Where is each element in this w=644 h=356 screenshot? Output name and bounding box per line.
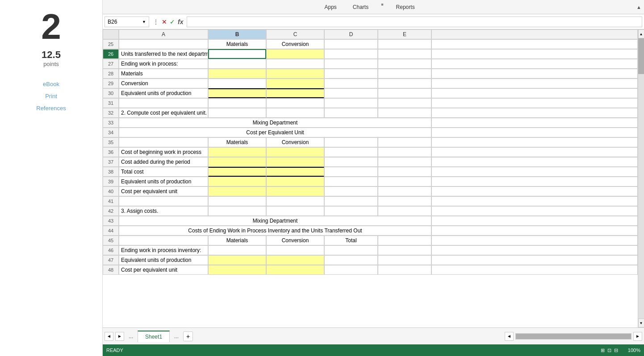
cell-row40-colC[interactable] — [266, 186, 324, 196]
page-layout-icon[interactable]: ⊡ — [607, 348, 611, 353]
cell-row37-colA[interactable]: Cost added during the period — [119, 157, 208, 167]
cell-row39-colD[interactable] — [324, 177, 378, 186]
cell-row39-colE[interactable] — [378, 177, 431, 186]
cell-row36-colC[interactable] — [266, 147, 324, 157]
cell-row36-colA[interactable]: Cost of beginning work in process — [119, 147, 208, 157]
cell-row31-colC[interactable] — [266, 98, 324, 108]
cell-row27-colD[interactable] — [324, 59, 378, 69]
cell-row47-colC[interactable] — [266, 255, 324, 265]
cell-row42-colB[interactable] — [208, 206, 266, 216]
cell-row27-colB[interactable] — [208, 59, 266, 69]
cell-row25-colA[interactable] — [119, 39, 208, 49]
cell-row46-colE[interactable] — [378, 245, 431, 255]
cell-row32-colB[interactable] — [208, 108, 266, 118]
cell-row48-colD[interactable] — [324, 265, 378, 275]
cell-row38-colD[interactable] — [324, 167, 378, 177]
cell-row38-colA[interactable]: Total cost — [119, 167, 208, 177]
cell-row31-colE[interactable] — [378, 98, 431, 108]
normal-view-icon[interactable]: ⊞ — [601, 348, 605, 353]
cell-row30-colC[interactable] — [266, 88, 324, 98]
cell-row48-colE[interactable] — [378, 265, 431, 275]
cell-row28-colB[interactable] — [208, 69, 266, 79]
add-sheet-btn[interactable]: + — [183, 331, 193, 341]
cell-row36-colE[interactable] — [378, 147, 431, 157]
cell-row43-span[interactable]: Mixing Department — [119, 216, 431, 226]
h-scroll-right-btn[interactable]: ► — [633, 332, 642, 341]
cell-row29-colD[interactable] — [324, 79, 378, 88]
cell-row30-colE[interactable] — [378, 88, 431, 98]
cell-row46-colD[interactable] — [324, 245, 378, 255]
cell-row36-colD[interactable] — [324, 147, 378, 157]
sheet1-tab[interactable]: Sheet1 — [138, 331, 170, 342]
cell-row27-colA[interactable]: Ending work in process: — [119, 59, 208, 69]
cell-row37-colE[interactable] — [378, 157, 431, 167]
cell-row26-colB[interactable] — [208, 49, 266, 59]
ebook-link[interactable]: eBook — [43, 81, 59, 87]
cell-row34-span[interactable]: Cost per Equivalent Unit — [119, 128, 431, 137]
cell-row29-colC[interactable] — [266, 79, 324, 88]
cell-row46-colC[interactable] — [266, 245, 324, 255]
cell-row39-colA[interactable]: Equivalent units of production — [119, 177, 208, 186]
cell-row48-colA[interactable]: Cost per equivalent unit — [119, 265, 208, 275]
cell-row47-colD[interactable] — [324, 255, 378, 265]
cell-reference-box[interactable]: B26 ▼ — [105, 17, 149, 27]
formula-input[interactable] — [187, 17, 642, 27]
cell-row25-colB[interactable]: Materials — [208, 39, 266, 49]
cell-row26-colA[interactable]: Units transferred to the next department — [119, 49, 208, 59]
scroll-down-btn[interactable]: ▼ — [638, 319, 644, 327]
cell-row28-colC[interactable] — [266, 69, 324, 79]
grid-scroll[interactable]: A B C D E 25MaterialsConversion26Units t… — [103, 29, 638, 327]
cell-row41-colB[interactable] — [208, 196, 266, 206]
cell-row31-colA[interactable] — [119, 98, 208, 108]
cell-row35-colE[interactable] — [378, 137, 431, 147]
sheet-more-right[interactable]: ... — [171, 333, 181, 339]
cell-row32-colA[interactable]: 2. Compute cost per equivalent unit. — [119, 108, 208, 118]
formula-fx-icon[interactable]: fx — [178, 18, 183, 25]
collapse-icon[interactable]: ▲ — [636, 4, 641, 10]
cell-row42-colE[interactable] — [378, 206, 431, 216]
references-link[interactable]: References — [36, 105, 66, 112]
charts-tab[interactable]: Charts — [349, 2, 372, 12]
cell-row42-colD[interactable] — [324, 206, 378, 216]
cell-row32-colE[interactable] — [378, 108, 431, 118]
cell-row48-colB[interactable] — [208, 265, 266, 275]
cell-row35-colC[interactable]: Conversion — [266, 137, 324, 147]
cell-row45-colC[interactable]: Conversion — [266, 236, 324, 245]
cell-row42-colA[interactable]: 3. Assign costs. — [119, 206, 208, 216]
col-header-B[interactable]: B — [208, 29, 266, 39]
cell-row25-colE[interactable] — [378, 39, 431, 49]
page-break-icon[interactable]: ⊟ — [614, 348, 618, 353]
cell-row33-span[interactable]: Mixing Department — [119, 118, 431, 128]
cell-row36-colB[interactable] — [208, 147, 266, 157]
cell-row39-colB[interactable] — [208, 177, 266, 186]
cell-row27-colE[interactable] — [378, 59, 431, 69]
cell-row42-colC[interactable] — [266, 206, 324, 216]
sheet-more-left[interactable]: ... — [126, 333, 136, 339]
h-scroll-track[interactable] — [515, 333, 631, 339]
vertical-scrollbar[interactable]: ▲ ▼ — [638, 29, 644, 327]
cell-row40-colB[interactable] — [208, 186, 266, 196]
cell-row35-colB[interactable]: Materials — [208, 137, 266, 147]
cell-row45-colE[interactable] — [378, 236, 431, 245]
cell-row35-colA[interactable] — [119, 137, 208, 147]
sheet-next-btn[interactable]: ► — [115, 332, 124, 341]
cell-row31-colB[interactable] — [208, 98, 266, 108]
cell-row29-colB[interactable] — [208, 79, 266, 88]
cell-ref-dropdown-icon[interactable]: ▼ — [142, 20, 146, 24]
cell-row29-colE[interactable] — [378, 79, 431, 88]
cell-row29-colA[interactable]: Conversion — [119, 79, 208, 88]
h-scroll-left-btn[interactable]: ◄ — [505, 332, 514, 341]
cell-row26-colE[interactable] — [378, 49, 431, 59]
cell-row26-colD[interactable] — [324, 49, 378, 59]
cell-row45-colA[interactable] — [119, 236, 208, 245]
scroll-track[interactable] — [638, 38, 644, 319]
cell-row48-colC[interactable] — [266, 265, 324, 275]
col-header-E[interactable]: E — [378, 29, 431, 39]
cell-row28-colD[interactable] — [324, 69, 378, 79]
cell-row30-colB[interactable] — [208, 88, 266, 98]
col-header-C[interactable]: C — [266, 29, 324, 39]
cell-row38-colB[interactable] — [208, 167, 266, 177]
cell-row41-colD[interactable] — [324, 196, 378, 206]
cell-row27-colC[interactable] — [266, 59, 324, 69]
cell-row45-colD[interactable]: Total — [324, 236, 378, 245]
